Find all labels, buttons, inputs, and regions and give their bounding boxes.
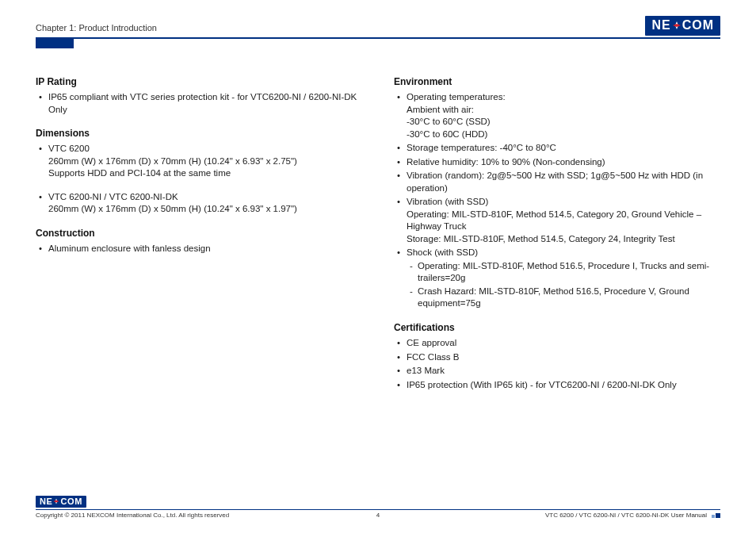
accent-bar xyxy=(36,39,74,48)
section-heading-dimensions: Dimensions xyxy=(36,127,362,140)
list-item: IP65 protection (With IP65 kit) - for VT… xyxy=(407,379,720,392)
svg-marker-1 xyxy=(673,24,681,27)
text-line: Vibration (with SSD) xyxy=(407,196,720,209)
list-item: VTC 6200 260mm (W) x 176mm (D) x 70mm (H… xyxy=(48,143,362,180)
left-column: IP Rating IP65 compliant with VTC series… xyxy=(36,75,362,393)
footer: NE COM Copyright © 2011 NEXCOM Internati… xyxy=(36,493,720,519)
list-item: IP65 compliant with VTC series protectio… xyxy=(48,91,362,116)
right-column: Environment Operating temperatures: Ambi… xyxy=(394,75,720,393)
list-item: CE approval xyxy=(407,337,720,350)
ip-rating-list: IP65 compliant with VTC series protectio… xyxy=(36,91,362,116)
spacer xyxy=(36,182,362,190)
text-line: -30°C to 60°C (SSD) xyxy=(407,116,720,128)
footer-brand-logo: NE COM xyxy=(36,496,86,508)
list-item: Vibration (with SSD) Operating: MIL-STD-… xyxy=(407,196,720,245)
text-line: Shock (with SSD) xyxy=(407,247,720,259)
shock-sublist: Operating: MIL-STD-810F, Method 516.5, P… xyxy=(407,260,720,310)
copyright-text: Copyright © 2011 NEXCOM International Co… xyxy=(36,512,229,519)
header-row: Chapter 1: Product Introduction NE COM xyxy=(36,16,720,36)
brand-logo: NE COM xyxy=(645,16,720,36)
text-line: 260mm (W) x 176mm (D) x 70mm (H) (10.24"… xyxy=(48,155,362,168)
text-line: Storage: MIL-STD-810F, Method 514.5, Cat… xyxy=(407,233,720,246)
text-line: Operating temperatures: xyxy=(407,91,720,104)
chapter-title: Chapter 1: Product Introduction xyxy=(36,23,157,36)
list-item: Shock (with SSD) Operating: MIL-STD-810F… xyxy=(407,247,720,310)
text-line: Operating: MIL-STD-810F, Method 514.5, C… xyxy=(407,209,720,233)
list-item: VTC 6200-NI / VTC 6200-NI-DK 260mm (W) x… xyxy=(48,191,362,216)
footer-logo-row: NE COM xyxy=(36,493,720,509)
section-heading-certifications: Certifications xyxy=(394,321,720,334)
list-item: Operating: MIL-STD-810F, Method 516.5, P… xyxy=(418,260,720,285)
list-item: Storage temperatures: -40°C to 80°C xyxy=(407,142,720,155)
text-line: Ambient with air: xyxy=(407,104,720,117)
list-item: Vibration (random): 2g@5~500 Hz with SSD… xyxy=(407,170,720,194)
footer-right: VTC 6200 / VTC 6200-NI / VTC 6200-NI-DK … xyxy=(545,512,720,519)
list-item: Aluminum enclosure with fanless design xyxy=(48,243,362,255)
section-heading-environment: Environment xyxy=(394,75,720,88)
environment-list: Operating temperatures: Ambient with air… xyxy=(394,91,720,310)
text-line: VTC 6200-NI / VTC 6200-NI-DK xyxy=(48,191,362,204)
dimensions-list: VTC 6200 260mm (W) x 176mm (D) x 70mm (H… xyxy=(36,143,362,180)
logo-x-icon xyxy=(52,497,60,505)
text-line: Supports HDD and PCI-104 at the same tim… xyxy=(48,167,362,180)
text-line: VTC 6200 xyxy=(48,143,362,155)
footer-rule xyxy=(36,509,720,510)
section-heading-ip-rating: IP Rating xyxy=(36,75,362,88)
list-item: FCC Class B xyxy=(407,351,720,364)
section-heading-construction: Construction xyxy=(36,227,362,240)
certifications-list: CE approval FCC Class B e13 Mark IP65 pr… xyxy=(394,337,720,391)
list-item: Crash Hazard: MIL-STD-810F, Method 516.5… xyxy=(418,286,720,310)
footer-row: Copyright © 2011 NEXCOM International Co… xyxy=(36,512,720,519)
text-line: -30°C to 60C (HDD) xyxy=(407,128,720,141)
list-item: Relative humidity: 10% to 90% (Non-conde… xyxy=(407,156,720,169)
logo-text-pre: NE xyxy=(651,18,670,33)
list-item: e13 Mark xyxy=(407,365,720,378)
content-columns: IP Rating IP65 compliant with VTC series… xyxy=(36,75,720,393)
svg-marker-3 xyxy=(54,500,59,503)
logo-text-post: COM xyxy=(682,18,714,33)
doc-title: VTC 6200 / VTC 6200-NI / VTC 6200-NI-DK … xyxy=(545,512,707,519)
dimensions-list-2: VTC 6200-NI / VTC 6200-NI-DK 260mm (W) x… xyxy=(36,191,362,216)
page: Chapter 1: Product Introduction NE COM I… xyxy=(0,0,756,533)
page-number: 4 xyxy=(376,512,380,519)
header-rule xyxy=(36,37,720,39)
construction-list: Aluminum enclosure with fanless design xyxy=(36,243,362,255)
footer-ornament-icon xyxy=(712,513,720,518)
logo-text-post: COM xyxy=(60,497,82,506)
logo-text-pre: NE xyxy=(40,497,52,506)
text-line: 260mm (W) x 176mm (D) x 50mm (H) (10.24"… xyxy=(48,203,362,216)
list-item: Operating temperatures: Ambient with air… xyxy=(407,91,720,140)
logo-x-icon xyxy=(671,20,682,31)
